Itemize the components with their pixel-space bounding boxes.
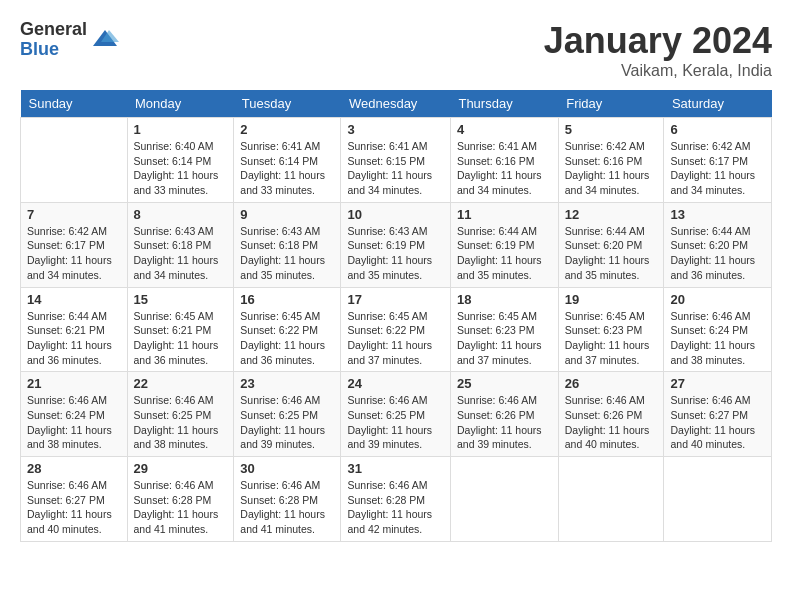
day-number: 21 <box>27 376 121 391</box>
calendar-cell <box>450 457 558 542</box>
sunset: Sunset: 6:19 PM <box>347 239 425 251</box>
calendar-cell: 12 Sunrise: 6:44 AM Sunset: 6:20 PM Dayl… <box>558 202 664 287</box>
daylight-label: Daylight: 11 hours and 34 minutes. <box>27 254 112 281</box>
daylight-label: Daylight: 11 hours and 36 minutes. <box>27 339 112 366</box>
sunset: Sunset: 6:19 PM <box>457 239 535 251</box>
daylight-label: Daylight: 11 hours and 34 minutes. <box>134 254 219 281</box>
calendar-cell: 2 Sunrise: 6:41 AM Sunset: 6:14 PM Dayli… <box>234 118 341 203</box>
day-number: 30 <box>240 461 334 476</box>
day-info: Sunrise: 6:44 AM Sunset: 6:21 PM Dayligh… <box>27 309 121 368</box>
day-info: Sunrise: 6:45 AM Sunset: 6:23 PM Dayligh… <box>457 309 552 368</box>
sunrise: Sunrise: 6:41 AM <box>347 140 427 152</box>
day-info: Sunrise: 6:46 AM Sunset: 6:26 PM Dayligh… <box>565 393 658 452</box>
sunset: Sunset: 6:17 PM <box>670 155 748 167</box>
sunset: Sunset: 6:25 PM <box>240 409 318 421</box>
sunrise: Sunrise: 6:45 AM <box>240 310 320 322</box>
sunset: Sunset: 6:21 PM <box>27 324 105 336</box>
day-number: 27 <box>670 376 765 391</box>
sunrise: Sunrise: 6:46 AM <box>134 479 214 491</box>
sunrise: Sunrise: 6:45 AM <box>565 310 645 322</box>
sunset: Sunset: 6:15 PM <box>347 155 425 167</box>
day-info: Sunrise: 6:41 AM Sunset: 6:16 PM Dayligh… <box>457 139 552 198</box>
calendar-cell: 9 Sunrise: 6:43 AM Sunset: 6:18 PM Dayli… <box>234 202 341 287</box>
day-info: Sunrise: 6:43 AM Sunset: 6:19 PM Dayligh… <box>347 224 444 283</box>
calendar-cell: 3 Sunrise: 6:41 AM Sunset: 6:15 PM Dayli… <box>341 118 451 203</box>
sunset: Sunset: 6:16 PM <box>457 155 535 167</box>
calendar-header-row: SundayMondayTuesdayWednesdayThursdayFrid… <box>21 90 772 118</box>
day-info: Sunrise: 6:46 AM Sunset: 6:25 PM Dayligh… <box>347 393 444 452</box>
weekday-header-saturday: Saturday <box>664 90 772 118</box>
day-number: 26 <box>565 376 658 391</box>
daylight-label: Daylight: 11 hours and 34 minutes. <box>347 169 432 196</box>
day-number: 19 <box>565 292 658 307</box>
calendar-cell: 31 Sunrise: 6:46 AM Sunset: 6:28 PM Dayl… <box>341 457 451 542</box>
sunrise: Sunrise: 6:44 AM <box>27 310 107 322</box>
month-title: January 2024 <box>544 20 772 62</box>
day-info: Sunrise: 6:44 AM Sunset: 6:20 PM Dayligh… <box>565 224 658 283</box>
page-header: General Blue January 2024 Vaikam, Kerala… <box>20 20 772 80</box>
day-info: Sunrise: 6:46 AM Sunset: 6:24 PM Dayligh… <box>670 309 765 368</box>
title-block: January 2024 Vaikam, Kerala, India <box>544 20 772 80</box>
sunset: Sunset: 6:20 PM <box>670 239 748 251</box>
day-number: 18 <box>457 292 552 307</box>
sunset: Sunset: 6:26 PM <box>565 409 643 421</box>
day-info: Sunrise: 6:46 AM Sunset: 6:27 PM Dayligh… <box>670 393 765 452</box>
day-info: Sunrise: 6:41 AM Sunset: 6:14 PM Dayligh… <box>240 139 334 198</box>
sunrise: Sunrise: 6:42 AM <box>27 225 107 237</box>
sunrise: Sunrise: 6:46 AM <box>347 479 427 491</box>
sunset: Sunset: 6:25 PM <box>134 409 212 421</box>
daylight-label: Daylight: 11 hours and 39 minutes. <box>457 424 542 451</box>
day-number: 11 <box>457 207 552 222</box>
sunset: Sunset: 6:24 PM <box>27 409 105 421</box>
calendar-cell: 15 Sunrise: 6:45 AM Sunset: 6:21 PM Dayl… <box>127 287 234 372</box>
daylight-label: Daylight: 11 hours and 34 minutes. <box>670 169 755 196</box>
calendar-cell: 5 Sunrise: 6:42 AM Sunset: 6:16 PM Dayli… <box>558 118 664 203</box>
calendar-cell: 21 Sunrise: 6:46 AM Sunset: 6:24 PM Dayl… <box>21 372 128 457</box>
day-info: Sunrise: 6:44 AM Sunset: 6:19 PM Dayligh… <box>457 224 552 283</box>
weekday-header-thursday: Thursday <box>450 90 558 118</box>
sunset: Sunset: 6:14 PM <box>240 155 318 167</box>
daylight-label: Daylight: 11 hours and 35 minutes. <box>347 254 432 281</box>
sunset: Sunset: 6:28 PM <box>240 494 318 506</box>
day-number: 28 <box>27 461 121 476</box>
sunrise: Sunrise: 6:46 AM <box>457 394 537 406</box>
daylight-label: Daylight: 11 hours and 42 minutes. <box>347 508 432 535</box>
calendar-cell: 13 Sunrise: 6:44 AM Sunset: 6:20 PM Dayl… <box>664 202 772 287</box>
logo-blue-text: Blue <box>20 40 87 60</box>
day-number: 7 <box>27 207 121 222</box>
day-info: Sunrise: 6:43 AM Sunset: 6:18 PM Dayligh… <box>134 224 228 283</box>
day-number: 10 <box>347 207 444 222</box>
daylight-label: Daylight: 11 hours and 39 minutes. <box>240 424 325 451</box>
day-number: 5 <box>565 122 658 137</box>
calendar-cell: 28 Sunrise: 6:46 AM Sunset: 6:27 PM Dayl… <box>21 457 128 542</box>
daylight-label: Daylight: 11 hours and 38 minutes. <box>670 339 755 366</box>
sunrise: Sunrise: 6:46 AM <box>134 394 214 406</box>
sunset: Sunset: 6:23 PM <box>457 324 535 336</box>
day-info: Sunrise: 6:46 AM Sunset: 6:28 PM Dayligh… <box>347 478 444 537</box>
calendar-cell: 1 Sunrise: 6:40 AM Sunset: 6:14 PM Dayli… <box>127 118 234 203</box>
day-number: 24 <box>347 376 444 391</box>
sunrise: Sunrise: 6:42 AM <box>670 140 750 152</box>
day-number: 14 <box>27 292 121 307</box>
day-info: Sunrise: 6:42 AM Sunset: 6:17 PM Dayligh… <box>670 139 765 198</box>
sunset: Sunset: 6:27 PM <box>27 494 105 506</box>
sunrise: Sunrise: 6:46 AM <box>670 394 750 406</box>
day-info: Sunrise: 6:43 AM Sunset: 6:18 PM Dayligh… <box>240 224 334 283</box>
day-info: Sunrise: 6:45 AM Sunset: 6:22 PM Dayligh… <box>347 309 444 368</box>
daylight-label: Daylight: 11 hours and 40 minutes. <box>27 508 112 535</box>
logo: General Blue <box>20 20 119 60</box>
day-info: Sunrise: 6:46 AM Sunset: 6:28 PM Dayligh… <box>134 478 228 537</box>
day-number: 23 <box>240 376 334 391</box>
daylight-label: Daylight: 11 hours and 40 minutes. <box>565 424 650 451</box>
day-info: Sunrise: 6:41 AM Sunset: 6:15 PM Dayligh… <box>347 139 444 198</box>
daylight-label: Daylight: 11 hours and 37 minutes. <box>565 339 650 366</box>
day-number: 29 <box>134 461 228 476</box>
calendar-cell: 11 Sunrise: 6:44 AM Sunset: 6:19 PM Dayl… <box>450 202 558 287</box>
day-number: 20 <box>670 292 765 307</box>
sunset: Sunset: 6:14 PM <box>134 155 212 167</box>
daylight-label: Daylight: 11 hours and 35 minutes. <box>240 254 325 281</box>
calendar-cell <box>558 457 664 542</box>
daylight-label: Daylight: 11 hours and 35 minutes. <box>565 254 650 281</box>
calendar-cell: 29 Sunrise: 6:46 AM Sunset: 6:28 PM Dayl… <box>127 457 234 542</box>
calendar-cell: 17 Sunrise: 6:45 AM Sunset: 6:22 PM Dayl… <box>341 287 451 372</box>
